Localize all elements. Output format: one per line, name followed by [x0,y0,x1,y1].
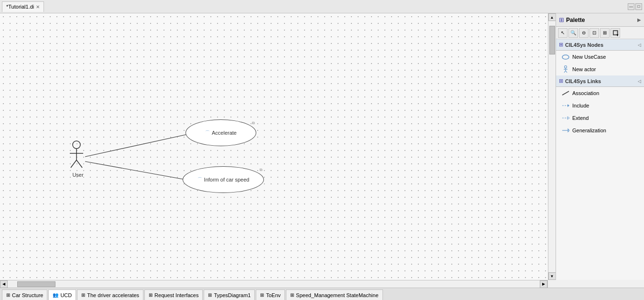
usecase-corner-icon: ⧉ [252,121,255,126]
tab-ucd-icon: 👥 [53,292,58,298]
association-icon [562,89,569,97]
new-actor-label: New actor [572,66,596,72]
svg-line-0 [85,134,188,157]
scroll-up-button[interactable]: ▲ [548,13,556,21]
svg-line-12 [566,71,567,73]
zoom-tool-button[interactable]: 🔍 [568,28,578,38]
tab-to-env-label: ToEnv [266,292,281,298]
diagram-canvas[interactable]: User ⧉ ⌒ Accelerate ⧉ ⌒ Inform of car sp… [0,13,548,280]
bottom-tab-bar: ⊞ Car Structure 👥 UCD ⊞ The driver accel… [0,288,644,300]
links-section-expand[interactable]: ◁ [638,79,641,84]
more-tools-button[interactable]: 🔲▼ [611,28,620,38]
svg-line-1 [85,161,186,180]
svg-line-13 [562,91,569,95]
tab-to-env-icon: ⊞ [260,292,264,298]
palette-expand-button[interactable]: ▶ [637,17,641,22]
nodes-section-expand[interactable]: ◁ [638,43,641,47]
tab-car-structure-label: Car Structure [12,292,43,298]
editor-tab[interactable]: *Tutorial1.di ✕ [2,1,44,12]
svg-marker-17 [568,117,569,119]
svg-point-2 [73,141,80,149]
generalization-icon [562,127,569,134]
usecase-label: Accelerate [212,130,237,136]
association-label: Association [572,90,599,96]
tab-close-button[interactable]: ✕ [36,4,40,10]
usecase-accelerate[interactable]: ⧉ ⌒ Accelerate [186,119,256,146]
nodes-section-title: CIL4Sys Nodes [565,42,636,48]
association-item[interactable]: Association [556,87,644,99]
extend-label: Extend [572,115,589,121]
palette-toolbar: ↖ 🔍 ⊖ ⊡ ⊞ 🔲▼ [556,27,644,39]
tab-driver-accelerates-icon: ⊞ [81,292,85,298]
tab-speed-management[interactable]: ⊞ Speed_Management StateMachine [286,289,382,300]
tab-to-env[interactable]: ⊞ ToEnv [256,289,285,300]
svg-line-11 [564,71,566,73]
svg-point-8 [565,66,567,68]
title-bar: *Tutorial1.di ✕ — □ [0,0,644,13]
maximize-button[interactable]: □ [635,3,642,10]
extend-icon [562,114,569,122]
tab-car-structure-icon: ⊞ [6,292,10,298]
tab-request-interfaces-icon: ⊞ [149,292,153,298]
cil4sys-nodes-section[interactable]: ⊞ CIL4Sys Nodes ◁ [556,39,644,51]
tab-types-diagram-label: TypesDiagram1 [214,292,251,298]
tab-request-interfaces[interactable]: ⊞ Request Interfaces [144,289,203,300]
actor-label: User [66,172,90,178]
zoom-out-button[interactable]: ⊖ [579,28,589,38]
palette-icon: ⊞ [559,16,564,23]
new-usecase-label: New UseCase [572,54,606,60]
extend-item[interactable]: Extend [556,112,644,124]
usecase-corner-icon-2: ⧉ [260,168,262,172]
horizontal-scrollbar[interactable]: ◀ ▶ [0,280,548,288]
tab-speed-management-label: Speed_Management StateMachine [296,292,378,298]
tab-types-diagram[interactable]: ⊞ TypesDiagram1 [204,289,255,300]
select-region-button[interactable]: ⊞ [600,28,610,38]
palette-panel: ⊞ Palette ▶ ↖ 🔍 ⊖ ⊡ ⊞ 🔲▼ ⊞ [556,13,644,280]
scroll-left-button[interactable]: ◀ [0,280,8,288]
svg-point-7 [562,55,569,59]
tab-driver-accelerates[interactable]: ⊞ The driver accelerates [77,289,143,300]
usecase-icon-2: ⌒ [197,176,202,183]
window-controls: — □ [628,3,642,10]
palette-header: ⊞ Palette ▶ [556,13,644,27]
scroll-right-button[interactable]: ▶ [540,280,547,288]
tab-request-interfaces-label: Request Interfaces [154,292,198,298]
include-item[interactable]: Include [556,99,644,112]
vertical-scrollbar[interactable]: ▲ ▼ [548,13,556,280]
links-section-icon: ⊞ [559,78,563,84]
tab-types-diagram-icon: ⊞ [208,292,212,298]
svg-line-5 [71,160,76,168]
generalization-label: Generalization [572,128,606,133]
generalization-item[interactable]: Generalization [556,124,644,137]
usecase-label-2: Inform of car speed [204,177,250,182]
scroll-down-button[interactable]: ▼ [548,272,556,280]
actor-item-icon [562,65,569,73]
scroll-thumb[interactable] [549,26,555,54]
usecase-inform[interactable]: ⧉ ⌒ Inform of car speed [183,166,264,193]
actor-user[interactable]: User [66,140,90,178]
scroll-track[interactable] [548,21,556,272]
usecase-item-icon [562,53,569,61]
new-usecase-item[interactable]: New UseCase [556,51,644,63]
select-tool-button[interactable]: ↖ [558,28,568,38]
tab-speed-management-icon: ⊞ [290,292,294,298]
include-icon [562,102,569,109]
usecase-icon: ⌒ [205,129,210,136]
svg-line-6 [76,160,82,168]
palette-title: Palette [566,17,637,23]
main-layout: User ⧉ ⌒ Accelerate ⧉ ⌒ Inform of car sp… [0,13,644,288]
tab-label: *Tutorial1.di [6,4,34,10]
include-label: Include [572,103,589,108]
tab-ucd-label: UCD [60,292,72,298]
svg-marker-15 [568,104,569,107]
cil4sys-links-section[interactable]: ⊞ CIL4Sys Links ◁ [556,75,644,87]
nodes-section-icon: ⊞ [559,42,563,48]
minimize-button[interactable]: — [628,3,634,10]
tab-car-structure[interactable]: ⊞ Car Structure [2,289,47,300]
scroll-h-thumb[interactable] [17,281,55,287]
new-actor-item[interactable]: New actor [556,63,644,75]
links-section-title: CIL4Sys Links [565,78,636,84]
tab-ucd[interactable]: 👥 UCD [48,289,76,300]
scroll-h-track[interactable] [8,280,540,288]
fit-button[interactable]: ⊡ [589,28,599,38]
